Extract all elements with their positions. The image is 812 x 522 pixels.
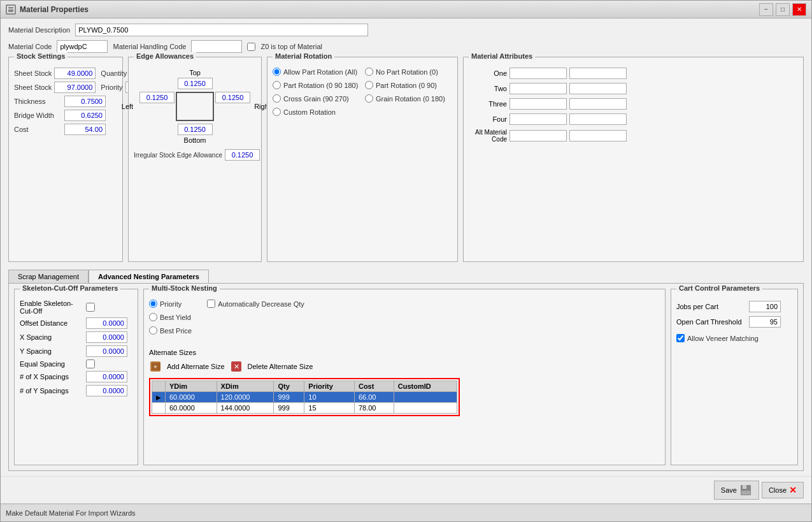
ms-best-yield-radio[interactable] (149, 313, 157, 321)
svg-rect-9 (741, 491, 750, 495)
table-row[interactable]: 60.0000 144.0000 999 15 78.00 (152, 403, 457, 414)
alternate-sizes-table: YDim XDim Qty Priority Cost CustomID (152, 381, 457, 414)
skel-enable-checkbox[interactable] (86, 303, 95, 312)
attr-one-input1[interactable] (509, 68, 567, 79)
material-description-row: Material Description (8, 24, 804, 36)
attr-two-input2[interactable] (569, 83, 627, 94)
irregular-label: Irregular Stock Edge Allowance (134, 152, 222, 159)
ms-best-price-row: Best Price (149, 326, 192, 335)
ms-priority-radio[interactable] (149, 300, 157, 308)
auto-decrease-checkbox[interactable] (207, 300, 215, 308)
rotation-090-radio[interactable] (365, 81, 373, 89)
minimize-button[interactable]: − (759, 3, 773, 16)
skel-xspacings-input[interactable] (86, 371, 127, 382)
close-button[interactable]: Close ✕ (762, 482, 804, 498)
stock-settings-title: Stock Settings (14, 52, 68, 60)
row-arrow-1: ▶ (152, 392, 166, 403)
edge-left-input[interactable] (139, 92, 175, 103)
cost-label: Cost (14, 126, 62, 133)
material-description-input[interactable] (75, 24, 368, 36)
auto-decrease-label: Automatically Decrease Qty (218, 300, 304, 308)
skeleton-cutoff-group: Skeleton-Cut-Off Parameters Enable Skele… (14, 289, 138, 465)
main-sections: Stock Settings Sheet Stock Quantity Shee… (8, 57, 804, 262)
cell-cost-1: 66.00 (354, 392, 394, 403)
attr-alt-material-input1[interactable] (509, 130, 567, 141)
edge-top-input[interactable] (178, 78, 213, 89)
multi-stock-group: Multi-Stock Nesting Priority Best Yi (143, 289, 666, 465)
skel-offset-input[interactable] (86, 317, 127, 329)
thickness-val[interactable] (64, 96, 106, 107)
table-row[interactable]: ▶ 60.0000 120.0000 999 10 66.00 (152, 392, 457, 403)
sheet-stock-val-2[interactable] (54, 82, 96, 93)
tab-nesting[interactable]: Advanced Nesting Parameters (89, 270, 209, 283)
rotation-grain: Grain Rotation (0 180) (365, 94, 452, 103)
attr-alt-material: Alt Material Code (469, 129, 798, 143)
attr-one-label: One (469, 69, 507, 77)
irregular-row: Irregular Stock Edge Allowance (134, 149, 256, 161)
attr-four-input2[interactable] (569, 113, 627, 125)
attr-two-input1[interactable] (509, 83, 567, 94)
sheet-stock-val-1[interactable] (54, 68, 96, 79)
app-icon (6, 4, 16, 15)
action-bar: Save Close ✕ (1, 476, 811, 504)
material-description-label: Material Description (8, 26, 70, 34)
skel-yspacing-row: Y Spacing (20, 345, 132, 357)
multi-stock-radio-group: Priority Best Yield Best Price (149, 300, 192, 337)
stock-row-1: Sheet Stock Quantity (14, 68, 117, 79)
add-icon: + (149, 359, 164, 374)
attr-alt-material-input2[interactable] (569, 130, 627, 141)
rotation-grain-radio[interactable] (365, 94, 373, 103)
rotation-cross-grain-radio[interactable] (273, 94, 281, 103)
skel-yspacings-row: # of Y Spacings (20, 385, 132, 396)
skel-yspacings-input[interactable] (86, 385, 127, 396)
restore-button[interactable]: □ (776, 3, 790, 16)
skel-yspacing-input[interactable] (86, 345, 127, 357)
skel-xspacing-input[interactable] (86, 331, 127, 343)
add-alternate-size-button[interactable]: + Add Alternate Size (149, 359, 225, 374)
bridge-width-val[interactable] (64, 110, 106, 121)
rotation-allow-all-radio[interactable] (273, 68, 281, 76)
attr-one-input2[interactable] (569, 68, 627, 79)
th-ydim: YDim (166, 381, 217, 392)
allow-veneer-checkbox[interactable] (676, 334, 685, 342)
rotation-grain-label: Grain Rotation (0 180) (376, 95, 445, 103)
close-x-icon: ✕ (789, 485, 797, 495)
material-handling-code-input[interactable] (191, 40, 242, 53)
window-controls: − □ ✕ (759, 3, 806, 16)
skel-offset-label: Offset Distance (20, 319, 83, 327)
th-xdim: XDim (217, 381, 274, 392)
open-cart-input[interactable] (749, 316, 781, 328)
material-code-input[interactable] (57, 40, 108, 53)
rotation-allow-all-label: Allow Part Rotation (All) (283, 68, 357, 76)
edge-bottom-input[interactable] (178, 124, 213, 135)
attr-four-input1[interactable] (509, 113, 567, 125)
rotation-allow-all: Allow Part Rotation (All) (273, 68, 360, 76)
irregular-input[interactable] (225, 149, 260, 161)
rotation-090-180-radio[interactable] (273, 81, 281, 89)
auto-decrease-row: Automatically Decrease Qty (207, 300, 304, 308)
jobs-per-cart-input[interactable] (749, 301, 781, 312)
cost-val[interactable] (64, 124, 106, 135)
z0-top-label: Z0 is top of Material (260, 43, 322, 50)
tab-scrap[interactable]: Scrap Management (8, 270, 89, 283)
rotation-090-label: Part Rotation (0 90) (376, 82, 437, 89)
skel-equal-checkbox[interactable] (86, 359, 95, 368)
priority-label: Priority (101, 83, 122, 91)
save-button[interactable]: Save (714, 481, 759, 500)
rotation-090-180-label: Part Rotation (0 90 180) (283, 82, 358, 89)
z0-top-checkbox[interactable] (247, 43, 255, 51)
edge-right-input[interactable] (215, 92, 250, 103)
skel-yspacing-label: Y Spacing (20, 347, 83, 355)
material-rotation-group: Material Rotation Allow Part Rotation (A… (267, 57, 458, 262)
open-cart-row: Open Cart Threshold (676, 316, 792, 328)
attr-four-label: Four (469, 115, 507, 123)
close-window-button[interactable]: ✕ (792, 3, 806, 16)
ms-best-price-radio[interactable] (149, 326, 157, 335)
rotation-custom-radio[interactable] (273, 108, 281, 116)
attr-three-input1[interactable] (509, 98, 567, 110)
skel-enable-row: Enable Skeleton-Cut-Off (20, 300, 132, 315)
rotation-no-radio[interactable] (365, 68, 373, 76)
delete-alternate-size-button[interactable]: ✕ Delete Alternate Size (230, 359, 313, 374)
cell-qty-2: 999 (274, 403, 304, 414)
attr-three-input2[interactable] (569, 98, 627, 110)
